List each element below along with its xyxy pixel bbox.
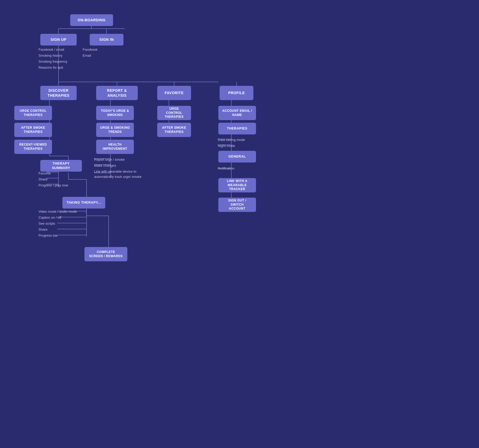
urge-smoking-trends-node: URGE & SMOKINGTRENDS xyxy=(96,123,134,137)
urge-control-favorite-node: URGE CONTROLTHERAPIES xyxy=(157,106,191,120)
smoking-history-text: Smoking history xyxy=(38,54,62,57)
therapy-summary-node: THERAPY SUMMARY xyxy=(40,160,82,172)
make-changes-text: Make changes xyxy=(94,164,116,167)
notification-text: Notification xyxy=(218,166,234,170)
taking-therapy-node: TAKING THERAPY... xyxy=(62,197,105,209)
account-email-node: ACCOUNT EMAIL /NAME xyxy=(218,106,256,120)
progress-ts-text: Progress / play now xyxy=(38,183,68,187)
link-wearable-device-text: Link with wearable device to xyxy=(94,170,136,173)
todays-urge-node: TODAY'S URGE &SMOKING xyxy=(96,106,134,120)
health-improvement-node: HEALTHIMPROVEMENT xyxy=(96,140,134,154)
therapies-profile-node: THERAPIES xyxy=(218,123,256,134)
facebook-signin-text: Facebook xyxy=(83,48,97,51)
sign-out-node: SIGN OUT / SWITCHACCOUNT xyxy=(218,198,256,212)
after-smoke-discover-node: AFTER SMOKETHERAPIES xyxy=(14,123,52,137)
favorite-node: FAVORITE xyxy=(157,86,191,100)
report-urge-text: Report urge / smoke xyxy=(94,158,125,161)
urge-control-discover-node: URGE CONTROLTHERAPIES xyxy=(14,106,52,120)
caption-text: Caption on / off xyxy=(38,216,61,219)
profile-node: PROFILE xyxy=(220,86,253,100)
email-signin-text: Email xyxy=(83,54,91,57)
facebook-email-text: Facebook / email xyxy=(38,48,64,51)
share-ts-text: Share xyxy=(38,177,48,181)
after-smoke-favorite-node: AFTER SMOKETHERAPIES xyxy=(157,123,191,137)
connectors xyxy=(0,0,479,448)
favorite-ts-text: Favorite xyxy=(38,171,51,175)
reasons-quit-text: Reasons for quit xyxy=(38,66,63,69)
complete-screen-node: COMPLETESCREEN / REWARDS xyxy=(84,247,127,261)
data-saving-text: Data saving mode xyxy=(218,138,245,142)
see-scripts-text: See scripts xyxy=(38,222,55,225)
progress-bar-text: Progress bar xyxy=(38,233,58,237)
signin-node: SIGN IN xyxy=(90,34,123,46)
night-mode-text: Night mode xyxy=(218,144,235,148)
report-analysis-node: REPORT & ANALYSIS xyxy=(96,86,138,100)
recent-viewed-node: RECENT-VIEWEDTHERAPIES xyxy=(14,140,52,154)
video-mode-text: Video mode / audio mode xyxy=(38,210,77,213)
general-node: GENERAL xyxy=(218,151,256,163)
share-taking-text: Share xyxy=(38,228,48,231)
signup-node: SIGN UP xyxy=(40,34,77,46)
onboarding-node: ON-BOARDING xyxy=(70,14,113,26)
auto-track-text: automatically track urge/ smoke xyxy=(94,175,142,179)
link-wearable-node: LINK WITH AWEARABLE TRACKER xyxy=(218,178,256,192)
diagram: ON-BOARDING SIGN UP SIGN IN DISCOVERTHER… xyxy=(0,0,479,448)
smoking-frequency-text: Smoking frequency xyxy=(38,60,67,63)
discover-therapies-node: DISCOVERTHERAPIES xyxy=(40,86,77,100)
